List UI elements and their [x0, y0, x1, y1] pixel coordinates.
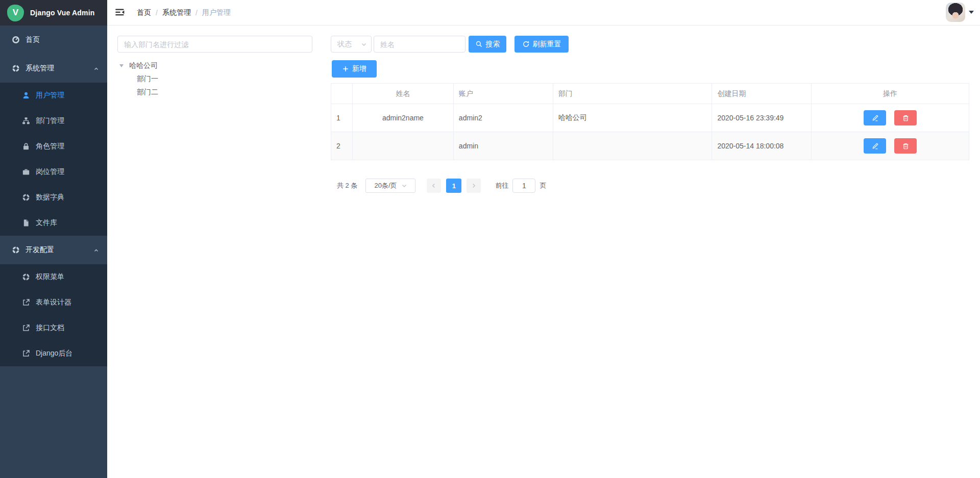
app-logo-icon: V	[7, 5, 24, 21]
next-page-button[interactable]	[467, 179, 481, 193]
briefcase-icon	[22, 168, 30, 176]
goto-label: 前往	[495, 181, 508, 190]
breadcrumb-home[interactable]: 首页	[137, 8, 151, 17]
chevron-up-icon	[92, 247, 99, 253]
org-tree-icon	[22, 117, 30, 125]
cell-account: admin	[453, 132, 553, 160]
cell-dept	[553, 132, 712, 160]
cell-created: 2020-05-16 23:39:49	[712, 104, 812, 132]
delete-button[interactable]	[894, 138, 917, 154]
search-button[interactable]: 搜索	[469, 36, 506, 53]
table-header-row: 姓名 账户 部门 创建日期 操作	[331, 84, 969, 104]
status-select[interactable]: 状态	[331, 36, 372, 53]
aim-icon	[12, 64, 20, 72]
breadcrumb: 首页 / 系统管理 / 用户管理	[137, 8, 231, 17]
tree-node-child[interactable]: 部门一	[117, 72, 316, 86]
page-number-button[interactable]: 1	[446, 179, 461, 193]
submenu-dev-config: 权限菜单 表单设计器 接口文档 Django后台	[0, 264, 107, 366]
prev-page-button[interactable]	[427, 179, 441, 193]
sidebar-item-roles[interactable]: 角色管理	[0, 134, 107, 159]
app-title: Django Vue Admin	[30, 9, 95, 17]
avatar[interactable]	[946, 3, 965, 22]
sidebar-item-form-designer[interactable]: 表单设计器	[0, 290, 107, 315]
edit-button[interactable]	[864, 138, 886, 154]
column-header-dept: 部门	[553, 84, 712, 104]
refresh-icon	[522, 40, 530, 48]
column-header-name: 姓名	[352, 84, 453, 104]
navbar: 首页 / 系统管理 / 用户管理	[107, 0, 980, 26]
tree-expand-caret-icon[interactable]	[119, 64, 124, 67]
sidebar-item-users[interactable]: 用户管理	[0, 83, 107, 108]
edit-icon	[871, 114, 879, 122]
user-table: 姓名 账户 部门 创建日期 操作 1 admin2name admin2 哈哈公…	[331, 83, 969, 160]
breadcrumb-separator: /	[195, 9, 198, 17]
column-header-ops: 操作	[812, 84, 969, 104]
user-menu[interactable]	[946, 3, 974, 22]
aim-icon	[12, 246, 20, 254]
breadcrumb-system: 系统管理	[162, 8, 191, 17]
department-tree: 哈哈公司 部门一 部门二	[117, 59, 316, 99]
breadcrumb-current: 用户管理	[202, 8, 231, 17]
external-link-icon	[22, 324, 30, 332]
refresh-reset-button[interactable]: 刷新重置	[514, 36, 569, 53]
external-link-icon	[22, 298, 30, 307]
column-header-index	[331, 84, 353, 104]
cell-index: 2	[331, 132, 353, 160]
main-area: 首页 / 系统管理 / 用户管理 状态 搜索	[107, 0, 980, 478]
name-filter-input[interactable]	[374, 36, 465, 53]
cell-account: admin2	[453, 104, 553, 132]
chevron-down-icon	[361, 41, 367, 47]
sidebar-item-django-admin[interactable]: Django后台	[0, 341, 107, 366]
column-header-account: 账户	[453, 84, 553, 104]
breadcrumb-separator: /	[156, 9, 158, 17]
logo-bar[interactable]: V Django Vue Admin	[0, 0, 107, 26]
delete-button[interactable]	[894, 110, 917, 125]
cell-name	[352, 132, 453, 160]
aim-icon	[22, 193, 30, 202]
edit-icon	[871, 142, 879, 150]
content: 状态 搜索 刷新重置 哈哈公司 部门一	[107, 26, 980, 478]
sidebar-item-permission-menu[interactable]: 权限菜单	[0, 264, 107, 290]
table-row: 1 admin2name admin2 哈哈公司 2020-05-16 23:3…	[331, 104, 969, 132]
chevron-down-icon	[401, 183, 407, 189]
file-icon	[22, 219, 30, 227]
sidebar-item-posts[interactable]: 岗位管理	[0, 159, 107, 185]
lock-icon	[22, 142, 30, 150]
table-row: 2 admin 2020-05-14 18:00:08	[331, 132, 969, 160]
pagination: 共 2 条 20条/页 1 前往 页	[337, 179, 546, 193]
plus-icon	[342, 65, 349, 72]
column-header-created: 创建日期	[712, 84, 812, 104]
external-link-icon	[22, 349, 30, 358]
edit-button[interactable]	[864, 110, 886, 125]
sidebar-item-system[interactable]: 系统管理	[0, 54, 107, 83]
chevron-right-icon	[470, 182, 477, 189]
sidebar-item-dictionary[interactable]: 数据字典	[0, 185, 107, 210]
status-select-placeholder: 状态	[337, 40, 361, 49]
app-root: V Django Vue Admin 首页 系统管理 用户管理 部门管理 角色管…	[0, 0, 980, 478]
sidebar-item-api-docs[interactable]: 接口文档	[0, 315, 107, 341]
trash-icon	[902, 142, 910, 150]
user-icon	[22, 91, 30, 99]
caret-down-icon	[969, 11, 974, 14]
chevron-left-icon	[430, 182, 437, 189]
dashboard-icon	[12, 36, 20, 44]
sidebar-item-files[interactable]: 文件库	[0, 210, 107, 236]
sidebar-item-departments[interactable]: 部门管理	[0, 108, 107, 134]
tree-node-root[interactable]: 哈哈公司	[117, 59, 316, 72]
sidebar: V Django Vue Admin 首页 系统管理 用户管理 部门管理 角色管…	[0, 0, 107, 478]
tree-node-child[interactable]: 部门二	[117, 86, 316, 99]
hamburger-icon[interactable]	[115, 7, 126, 18]
submenu-system: 用户管理 部门管理 角色管理 岗位管理 数据字典 文件库	[0, 83, 107, 236]
cell-index: 1	[331, 104, 353, 132]
add-button[interactable]: 新增	[332, 60, 377, 78]
page-unit-label: 页	[540, 181, 546, 190]
sidebar-item-home[interactable]: 首页	[0, 26, 107, 54]
page-size-select[interactable]: 20条/页	[365, 179, 415, 193]
trash-icon	[902, 114, 910, 122]
aim-icon	[22, 273, 30, 281]
goto-page-input[interactable]	[512, 179, 535, 193]
dept-filter-input[interactable]	[117, 36, 312, 53]
cell-name: admin2name	[352, 104, 453, 132]
cell-created: 2020-05-14 18:00:08	[712, 132, 812, 160]
sidebar-item-dev-config[interactable]: 开发配置	[0, 236, 107, 264]
